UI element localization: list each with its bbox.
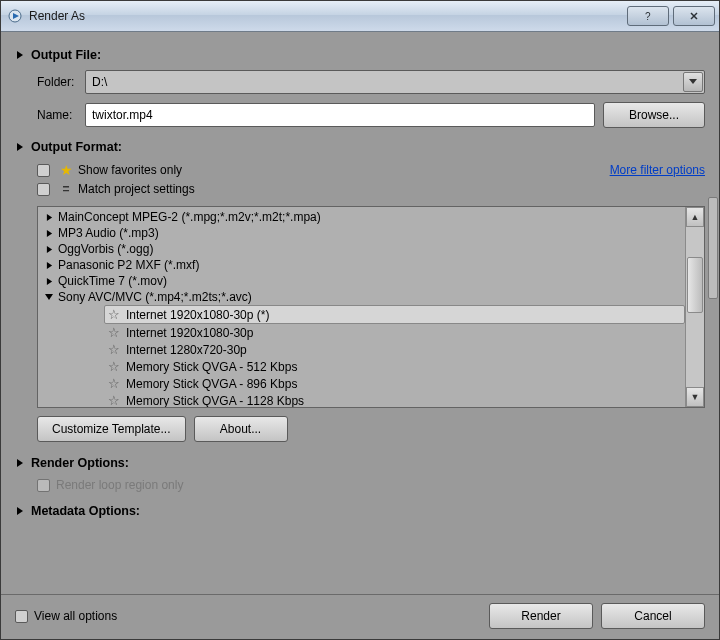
star-outline-icon: ☆: [108, 325, 120, 340]
name-value: twixtor.mp4: [92, 108, 153, 122]
about-label: About...: [220, 422, 261, 436]
show-favorites-checkbox[interactable]: [37, 164, 50, 177]
section-metadata-options-label: Metadata Options:: [31, 504, 140, 518]
svg-marker-8: [46, 214, 51, 221]
preset-label: Memory Stick QVGA - 512 Kbps: [126, 360, 297, 374]
cancel-button[interactable]: Cancel: [601, 603, 705, 629]
format-list-scrollbar[interactable]: ▲ ▼: [685, 207, 704, 407]
section-output-file-label: Output File:: [31, 48, 101, 62]
format-item[interactable]: Panasonic P2 MXF (*.mxf): [38, 257, 685, 273]
dialog-body: Output File: Folder: D:\ Name: twixtor.m…: [1, 32, 719, 594]
svg-marker-7: [17, 143, 23, 151]
scroll-down-button[interactable]: ▼: [686, 387, 704, 407]
chevron-right-icon: [44, 278, 54, 285]
format-action-row: Customize Template... About...: [37, 416, 705, 442]
format-list-container: MainConcept MPEG-2 (*.mpg;*.m2v;*.m2t;*.…: [37, 206, 705, 408]
format-item-expanded[interactable]: Sony AVC/MVC (*.mp4;*.m2ts;*.avc): [38, 289, 685, 305]
view-all-label: View all options: [34, 609, 117, 623]
format-label: Panasonic P2 MXF (*.mxf): [58, 258, 199, 272]
folder-label: Folder:: [37, 75, 85, 89]
format-list[interactable]: MainConcept MPEG-2 (*.mpg;*.m2v;*.m2t;*.…: [38, 207, 685, 407]
preset-item-selected[interactable]: ☆ Internet 1920x1080-30p (*): [104, 305, 685, 324]
format-item[interactable]: OggVorbis (*.ogg): [38, 241, 685, 257]
view-all-checkbox[interactable]: [15, 610, 28, 623]
star-icon: ★: [60, 162, 72, 178]
svg-marker-6: [689, 79, 697, 84]
cancel-label: Cancel: [634, 609, 671, 623]
preset-label: Internet 1280x720-30p: [126, 343, 247, 357]
folder-row: Folder: D:\: [37, 70, 705, 94]
name-label: Name:: [37, 108, 85, 122]
svg-marker-11: [46, 262, 51, 269]
preset-item[interactable]: ☆ Internet 1920x1080-30p: [38, 324, 685, 341]
section-render-options-label: Render Options:: [31, 456, 129, 470]
app-icon: [7, 8, 23, 24]
close-button[interactable]: [673, 6, 715, 26]
equals-icon: =: [60, 182, 72, 196]
browse-button[interactable]: Browse...: [603, 102, 705, 128]
dialog-footer: View all options Render Cancel: [1, 594, 719, 639]
loop-region-checkbox: [37, 479, 50, 492]
section-output-format[interactable]: Output Format:: [15, 140, 705, 154]
folder-value: D:\: [92, 75, 107, 89]
customize-template-button[interactable]: Customize Template...: [37, 416, 186, 442]
svg-marker-13: [45, 294, 53, 300]
chevron-right-icon: [44, 246, 54, 253]
scroll-track[interactable]: [686, 227, 704, 387]
folder-select[interactable]: D:\: [85, 70, 705, 94]
chevron-right-icon: [15, 143, 25, 151]
star-outline-icon: ☆: [108, 342, 120, 357]
match-project-label: Match project settings: [78, 182, 195, 196]
about-button[interactable]: About...: [194, 416, 288, 442]
preset-label: Internet 1920x1080-30p: [126, 326, 253, 340]
preset-item[interactable]: ☆ Memory Stick QVGA - 1128 Kbps: [38, 392, 685, 407]
preset-item[interactable]: ☆ Memory Stick QVGA - 896 Kbps: [38, 375, 685, 392]
match-project-checkbox[interactable]: [37, 183, 50, 196]
chevron-right-icon: [15, 459, 25, 467]
loop-region-row: Render loop region only: [37, 478, 705, 492]
scroll-thumb[interactable]: [687, 257, 703, 313]
scroll-up-button[interactable]: ▲: [686, 207, 704, 227]
browse-label: Browse...: [629, 108, 679, 122]
chevron-right-icon: [44, 230, 54, 237]
section-output-file[interactable]: Output File:: [15, 48, 705, 62]
preset-item[interactable]: ☆ Internet 1280x720-30p: [38, 341, 685, 358]
format-label: QuickTime 7 (*.mov): [58, 274, 167, 288]
help-button[interactable]: ?: [627, 6, 669, 26]
customize-template-label: Customize Template...: [52, 422, 171, 436]
section-output-format-label: Output Format:: [31, 140, 122, 154]
name-input[interactable]: twixtor.mp4: [85, 103, 595, 127]
svg-marker-5: [17, 51, 23, 59]
folder-dropdown-button[interactable]: [683, 72, 703, 92]
format-label: Sony AVC/MVC (*.mp4;*.m2ts;*.avc): [58, 290, 252, 304]
format-label: OggVorbis (*.ogg): [58, 242, 153, 256]
star-outline-icon: ☆: [108, 376, 120, 391]
show-favorites-label: Show favorites only: [78, 163, 182, 177]
svg-marker-15: [17, 507, 23, 515]
svg-marker-10: [46, 246, 51, 253]
svg-marker-12: [46, 278, 51, 285]
body-scroll-thumb[interactable]: [708, 197, 718, 299]
match-project-row: = Match project settings: [37, 182, 705, 196]
format-item[interactable]: QuickTime 7 (*.mov): [38, 273, 685, 289]
titlebar: Render As ?: [1, 1, 719, 32]
more-filter-options-link[interactable]: More filter options: [610, 163, 705, 177]
preset-label: Memory Stick QVGA - 1128 Kbps: [126, 394, 304, 408]
loop-region-label: Render loop region only: [56, 478, 183, 492]
window-title: Render As: [29, 9, 627, 23]
render-button[interactable]: Render: [489, 603, 593, 629]
preset-item[interactable]: ☆ Memory Stick QVGA - 512 Kbps: [38, 358, 685, 375]
section-metadata-options[interactable]: Metadata Options:: [15, 504, 705, 518]
svg-marker-14: [17, 459, 23, 467]
render-label: Render: [521, 609, 560, 623]
show-favorites-row: ★ Show favorites only More filter option…: [37, 162, 705, 178]
window-controls: ?: [627, 6, 715, 26]
preset-label: Internet 1920x1080-30p (*): [126, 308, 269, 322]
chevron-right-icon: [44, 262, 54, 269]
chevron-right-icon: [15, 51, 25, 59]
section-render-options[interactable]: Render Options:: [15, 456, 705, 470]
format-item[interactable]: MP3 Audio (*.mp3): [38, 225, 685, 241]
format-item[interactable]: MainConcept MPEG-2 (*.mpg;*.m2v;*.m2t;*.…: [38, 209, 685, 225]
format-label: MP3 Audio (*.mp3): [58, 226, 159, 240]
chevron-right-icon: [15, 507, 25, 515]
